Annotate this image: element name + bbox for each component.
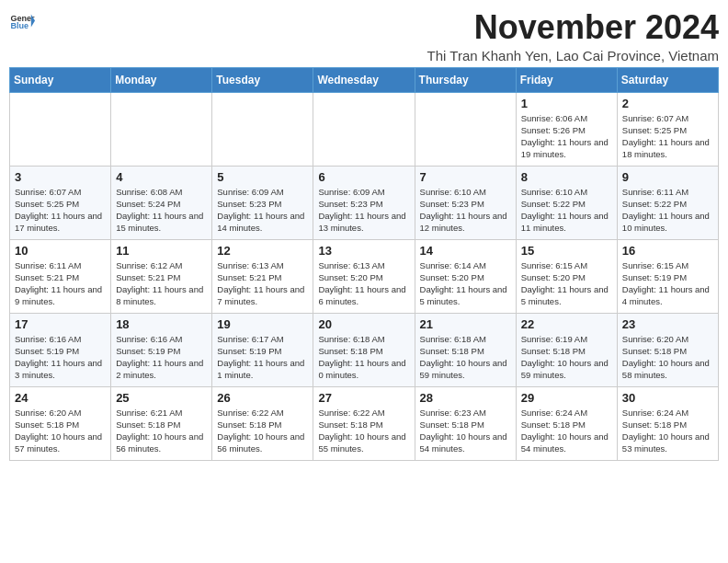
weekday-header-cell: Friday [516,67,617,92]
calendar-table: SundayMondayTuesdayWednesdayThursdayFrid… [9,67,719,461]
weekday-header-cell: Monday [111,67,212,92]
calendar-day-cell: 6Sunrise: 6:09 AMSunset: 5:23 PMDaylight… [313,166,415,239]
calendar-day-cell: 5Sunrise: 6:09 AMSunset: 5:23 PMDaylight… [212,166,313,239]
location-subtitle: Thi Tran Khanh Yen, Lao Cai Province, Vi… [427,48,719,63]
day-info: Sunrise: 6:17 AMSunset: 5:19 PMDaylight:… [217,333,308,382]
day-number: 22 [521,317,612,331]
day-number: 18 [116,317,207,331]
day-number: 11 [116,244,207,258]
calendar-day-cell: 19Sunrise: 6:17 AMSunset: 5:19 PMDayligh… [212,313,313,386]
calendar-day-cell: 1Sunrise: 6:06 AMSunset: 5:26 PMDaylight… [516,92,617,166]
day-info: Sunrise: 6:10 AMSunset: 5:22 PMDaylight:… [521,186,612,235]
calendar-week-row: 10Sunrise: 6:11 AMSunset: 5:21 PMDayligh… [10,239,719,313]
day-info: Sunrise: 6:12 AMSunset: 5:21 PMDaylight:… [116,259,207,308]
day-number: 21 [420,317,511,331]
day-number: 15 [521,244,612,258]
day-info: Sunrise: 6:16 AMSunset: 5:19 PMDaylight:… [15,333,106,382]
weekday-header-cell: Wednesday [313,67,415,92]
calendar-day-cell: 23Sunrise: 6:20 AMSunset: 5:18 PMDayligh… [617,313,718,386]
day-info: Sunrise: 6:07 AMSunset: 5:25 PMDaylight:… [622,112,713,161]
day-number: 24 [15,391,106,405]
calendar-day-cell [313,92,415,166]
day-number: 4 [116,170,207,184]
day-info: Sunrise: 6:07 AMSunset: 5:25 PMDaylight:… [15,186,106,235]
day-number: 13 [318,244,409,258]
calendar-day-cell: 15Sunrise: 6:15 AMSunset: 5:20 PMDayligh… [516,239,617,313]
calendar-day-cell [111,92,212,166]
day-number: 8 [521,170,612,184]
day-info: Sunrise: 6:16 AMSunset: 5:19 PMDaylight:… [116,333,207,382]
day-number: 7 [420,170,511,184]
day-info: Sunrise: 6:15 AMSunset: 5:20 PMDaylight:… [521,259,612,308]
calendar-day-cell: 13Sunrise: 6:13 AMSunset: 5:20 PMDayligh… [313,239,415,313]
calendar-day-cell [10,92,111,166]
weekday-header-cell: Saturday [617,67,718,92]
day-info: Sunrise: 6:09 AMSunset: 5:23 PMDaylight:… [318,186,409,235]
calendar-day-cell: 2Sunrise: 6:07 AMSunset: 5:25 PMDaylight… [617,92,718,166]
calendar-day-cell [212,92,313,166]
calendar-day-cell: 7Sunrise: 6:10 AMSunset: 5:23 PMDaylight… [415,166,516,239]
day-info: Sunrise: 6:13 AMSunset: 5:21 PMDaylight:… [217,259,308,308]
calendar-day-cell: 11Sunrise: 6:12 AMSunset: 5:21 PMDayligh… [111,239,212,313]
title-block: November 2024 Thi Tran Khanh Yen, Lao Ca… [427,9,719,63]
day-number: 27 [318,391,409,405]
calendar-week-row: 24Sunrise: 6:20 AMSunset: 5:18 PMDayligh… [10,386,719,460]
day-number: 9 [622,170,713,184]
day-info: Sunrise: 6:21 AMSunset: 5:18 PMDaylight:… [116,407,207,455]
day-number: 12 [217,244,308,258]
day-number: 14 [420,244,511,258]
weekday-header-cell: Thursday [415,67,516,92]
day-info: Sunrise: 6:13 AMSunset: 5:20 PMDaylight:… [318,259,409,308]
calendar-day-cell: 10Sunrise: 6:11 AMSunset: 5:21 PMDayligh… [10,239,111,313]
svg-text:Blue: Blue [10,21,28,30]
day-number: 16 [622,244,713,258]
month-title: November 2024 [427,9,719,46]
day-number: 19 [217,317,308,331]
calendar-day-cell: 12Sunrise: 6:13 AMSunset: 5:21 PMDayligh… [212,239,313,313]
logo: General Blue [9,9,35,35]
day-number: 20 [318,317,409,331]
day-number: 2 [622,97,713,110]
calendar-day-cell: 14Sunrise: 6:14 AMSunset: 5:20 PMDayligh… [415,239,516,313]
day-number: 29 [521,391,612,405]
day-info: Sunrise: 6:24 AMSunset: 5:18 PMDaylight:… [521,407,612,455]
day-number: 1 [521,97,612,110]
calendar-day-cell: 28Sunrise: 6:23 AMSunset: 5:18 PMDayligh… [415,386,516,460]
calendar-day-cell: 29Sunrise: 6:24 AMSunset: 5:18 PMDayligh… [516,386,617,460]
day-number: 5 [217,170,308,184]
day-info: Sunrise: 6:18 AMSunset: 5:18 PMDaylight:… [318,333,409,382]
logo-icon: General Blue [9,9,35,35]
day-number: 23 [622,317,713,331]
calendar-week-row: 3Sunrise: 6:07 AMSunset: 5:25 PMDaylight… [10,166,719,239]
day-number: 17 [15,317,106,331]
day-info: Sunrise: 6:08 AMSunset: 5:24 PMDaylight:… [116,186,207,235]
day-info: Sunrise: 6:11 AMSunset: 5:22 PMDaylight:… [622,186,713,235]
day-number: 25 [116,391,207,405]
calendar-day-cell: 25Sunrise: 6:21 AMSunset: 5:18 PMDayligh… [111,386,212,460]
calendar-day-cell: 30Sunrise: 6:24 AMSunset: 5:18 PMDayligh… [617,386,718,460]
day-info: Sunrise: 6:06 AMSunset: 5:26 PMDaylight:… [521,112,612,161]
day-info: Sunrise: 6:22 AMSunset: 5:18 PMDaylight:… [217,407,308,455]
calendar-day-cell: 9Sunrise: 6:11 AMSunset: 5:22 PMDaylight… [617,166,718,239]
day-info: Sunrise: 6:24 AMSunset: 5:18 PMDaylight:… [622,407,713,455]
day-info: Sunrise: 6:09 AMSunset: 5:23 PMDaylight:… [217,186,308,235]
calendar-day-cell: 16Sunrise: 6:15 AMSunset: 5:19 PMDayligh… [617,239,718,313]
day-number: 10 [15,244,106,258]
calendar-day-cell: 17Sunrise: 6:16 AMSunset: 5:19 PMDayligh… [10,313,111,386]
day-info: Sunrise: 6:20 AMSunset: 5:18 PMDaylight:… [15,407,106,455]
calendar-day-cell: 22Sunrise: 6:19 AMSunset: 5:18 PMDayligh… [516,313,617,386]
day-info: Sunrise: 6:22 AMSunset: 5:18 PMDaylight:… [318,407,409,455]
calendar-day-cell: 8Sunrise: 6:10 AMSunset: 5:22 PMDaylight… [516,166,617,239]
day-number: 28 [420,391,511,405]
weekday-header-cell: Sunday [10,67,111,92]
day-info: Sunrise: 6:14 AMSunset: 5:20 PMDaylight:… [420,259,511,308]
day-number: 26 [217,391,308,405]
day-info: Sunrise: 6:20 AMSunset: 5:18 PMDaylight:… [622,333,713,382]
calendar-day-cell: 27Sunrise: 6:22 AMSunset: 5:18 PMDayligh… [313,386,415,460]
calendar-day-cell: 3Sunrise: 6:07 AMSunset: 5:25 PMDaylight… [10,166,111,239]
calendar-day-cell: 24Sunrise: 6:20 AMSunset: 5:18 PMDayligh… [10,386,111,460]
calendar-day-cell: 26Sunrise: 6:22 AMSunset: 5:18 PMDayligh… [212,386,313,460]
day-info: Sunrise: 6:23 AMSunset: 5:18 PMDaylight:… [420,407,511,455]
calendar-body: 1Sunrise: 6:06 AMSunset: 5:26 PMDaylight… [10,92,719,460]
calendar-week-row: 1Sunrise: 6:06 AMSunset: 5:26 PMDaylight… [10,92,719,166]
